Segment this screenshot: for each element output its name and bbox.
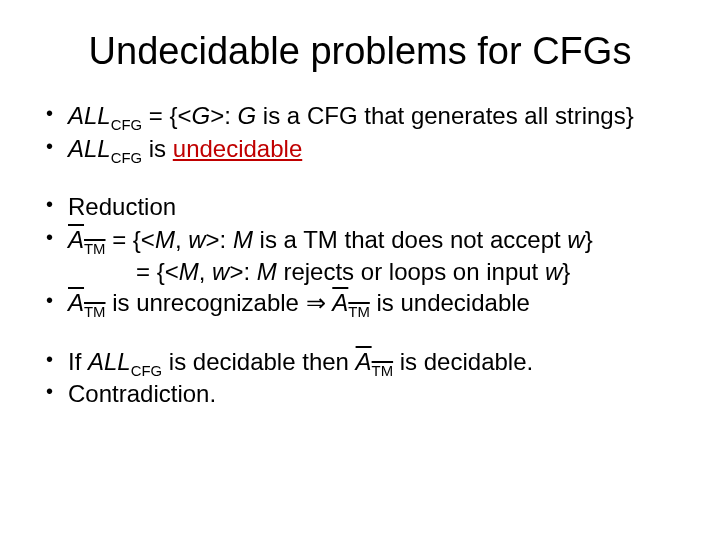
text: ALL <box>88 348 131 375</box>
text: rejects or loops on input <box>277 258 545 285</box>
spacer <box>40 321 680 347</box>
text: >: <box>229 258 256 285</box>
continuation-line: = {<M, w>: M rejects or loops on input w… <box>40 258 680 286</box>
text: is <box>142 135 173 162</box>
subscript: CFG <box>111 117 142 133</box>
text: M <box>155 226 175 253</box>
subscript: TM <box>372 362 393 378</box>
subscript: TM <box>348 304 369 320</box>
text: is a CFG that generates all strings} <box>256 102 634 129</box>
undecidable-label: undecidable <box>173 135 302 162</box>
text: w <box>188 226 205 253</box>
text: >: <box>210 102 237 129</box>
bullet-allcfg-undecidable: ALLCFG is undecidable <box>40 134 680 165</box>
subscript: CFG <box>131 362 162 378</box>
text: = {< <box>106 226 155 253</box>
text: is decidable then <box>162 348 355 375</box>
text: ALL <box>68 102 111 129</box>
bullet-allcfg-def: ALLCFG = {<G>: G is a CFG that generates… <box>40 101 680 132</box>
text: Contradiction. <box>68 380 216 407</box>
subscript: TM <box>84 304 105 320</box>
text: ALL <box>68 135 111 162</box>
text: A <box>332 289 348 316</box>
text: , <box>175 226 188 253</box>
slide-title: Undecidable problems for CFGs <box>40 30 680 73</box>
bullet-reduction: Reduction <box>40 192 680 223</box>
text: M <box>257 258 277 285</box>
text: is unrecognizable ⇒ <box>106 289 333 316</box>
text: , <box>199 258 212 285</box>
slide: Undecidable problems for CFGs ALLCFG = {… <box>0 0 720 540</box>
slide-body: ALLCFG = {<G>: G is a CFG that generates… <box>40 101 680 164</box>
slide-body-3: ATM is unrecognizable ⇒ ATM is undecidab… <box>40 288 680 319</box>
text: is a TM that does not accept <box>253 226 567 253</box>
text: M <box>179 258 199 285</box>
text: Reduction <box>68 193 176 220</box>
text: } <box>585 226 593 253</box>
text: is decidable. <box>393 348 533 375</box>
slide-body-4: If ALLCFG is decidable then ATM is decid… <box>40 347 680 410</box>
text: M <box>233 226 253 253</box>
text: } <box>562 258 570 285</box>
text: >: <box>206 226 233 253</box>
text: G <box>238 102 257 129</box>
text: G <box>192 102 211 129</box>
text: = {< <box>136 258 179 285</box>
text: A <box>68 226 84 253</box>
text: A <box>68 289 84 316</box>
text: A <box>356 348 372 375</box>
bullet-if-decidable: If ALLCFG is decidable then ATM is decid… <box>40 347 680 378</box>
text: is undecidable <box>370 289 530 316</box>
text: If <box>68 348 88 375</box>
bullet-contradiction: Contradiction. <box>40 379 680 410</box>
text: w <box>567 226 584 253</box>
bullet-atm-unrecognizable: ATM is unrecognizable ⇒ ATM is undecidab… <box>40 288 680 319</box>
text: w <box>545 258 562 285</box>
text: w <box>212 258 229 285</box>
subscript: CFG <box>111 150 142 166</box>
bullet-atm-def: ATM = {<M, w>: M is a TM that does not a… <box>40 225 680 256</box>
subscript: TM <box>84 241 105 257</box>
text: = {< <box>142 102 191 129</box>
slide-body-2: Reduction ATM = {<M, w>: M is a TM that … <box>40 192 680 255</box>
spacer <box>40 166 680 192</box>
